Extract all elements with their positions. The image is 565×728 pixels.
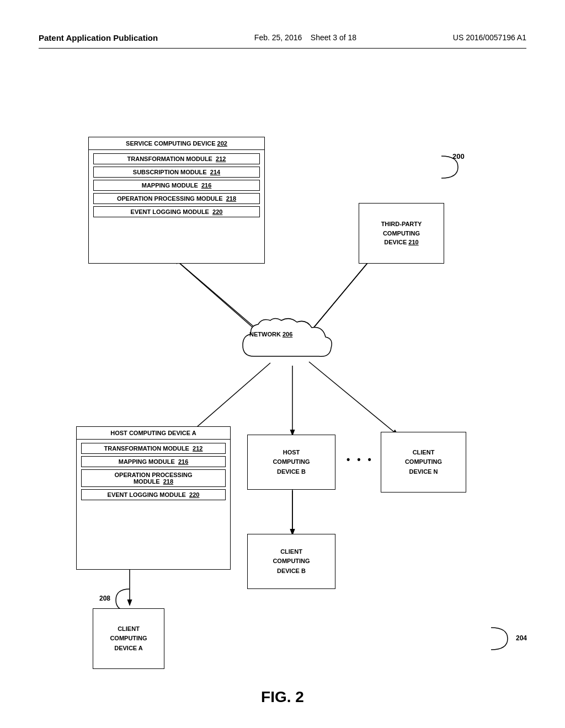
client-computing-a-box: CLIENT COMPUTING DEVICE A bbox=[93, 608, 164, 669]
operation-processing-bot: OPERATION PROCESSING MODULE 218 bbox=[81, 469, 226, 487]
host-title: HOST COMPUTING DEVICE A bbox=[77, 427, 230, 440]
ref-204: 204 bbox=[516, 634, 527, 642]
event-logging-top: EVENT LOGGING MODULE 220 bbox=[93, 206, 260, 217]
event-logging-bot: EVENT LOGGING MODULE 220 bbox=[81, 489, 226, 500]
page: Patent Application Publication Feb. 25, … bbox=[0, 0, 565, 728]
client-computing-n-label: CLIENT COMPUTING DEVICE N bbox=[405, 448, 442, 477]
host-computing-box: HOST COMPUTING DEVICE A TRANSFORMATION M… bbox=[76, 426, 231, 570]
client-computing-n-box: CLIENT COMPUTING DEVICE N bbox=[381, 432, 466, 493]
sheet-label: Sheet 3 of 18 bbox=[311, 33, 356, 42]
mapping-module-top: MAPPING MODULE 216 bbox=[93, 180, 260, 191]
ref-208: 208 bbox=[99, 595, 110, 602]
network-cloud bbox=[237, 318, 337, 367]
third-party-label: THIRD-PARTY COMPUTING DEVICE 210 bbox=[381, 220, 422, 247]
date-sheet-label: Feb. 25, 2016 Sheet 3 of 18 bbox=[254, 33, 356, 42]
publication-label: Patent Application Publication bbox=[39, 33, 158, 42]
date-label: Feb. 25, 2016 bbox=[254, 33, 302, 42]
mapping-module-bot: MAPPING MODULE 216 bbox=[81, 456, 226, 467]
transformation-module-top: TRANSFORMATION MODULE 212 bbox=[93, 153, 260, 164]
ellipsis: • • • bbox=[347, 454, 374, 465]
client-computing-b-box: CLIENT COMPUTING DEVICE B bbox=[247, 534, 335, 589]
third-party-box: THIRD-PARTY COMPUTING DEVICE 210 bbox=[359, 203, 444, 264]
ref-200: 200 bbox=[452, 152, 465, 160]
host-computing-b-box: HOST COMPUTING DEVICE B bbox=[247, 435, 335, 490]
figure-caption: FIG. 2 bbox=[39, 688, 526, 706]
client-computing-b-label: CLIENT COMPUTING DEVICE B bbox=[273, 547, 310, 576]
svg-line-6 bbox=[309, 362, 397, 435]
diagram-area: 200 SERVICE COMPUTING DEVICE 202 TRANSFO… bbox=[39, 71, 526, 677]
service-computing-box: SERVICE COMPUTING DEVICE 202 TRANSFORMAT… bbox=[88, 137, 265, 264]
network-label: NETWORK 206 bbox=[249, 331, 292, 338]
service-computing-title: SERVICE COMPUTING DEVICE 202 bbox=[89, 137, 264, 150]
subscription-module: SUBSCRIPTION MODULE 214 bbox=[93, 167, 260, 178]
header: Patent Application Publication Feb. 25, … bbox=[39, 33, 526, 49]
client-computing-a-label: CLIENT COMPUTING DEVICE A bbox=[110, 624, 147, 654]
host-computing-b-label: HOST COMPUTING DEVICE B bbox=[273, 448, 310, 477]
operation-processing-top: OPERATION PROCESSING MODULE 218 bbox=[93, 193, 260, 204]
patent-number: US 2016/0057196 A1 bbox=[453, 33, 526, 42]
transformation-module-bot: TRANSFORMATION MODULE 212 bbox=[81, 443, 226, 454]
